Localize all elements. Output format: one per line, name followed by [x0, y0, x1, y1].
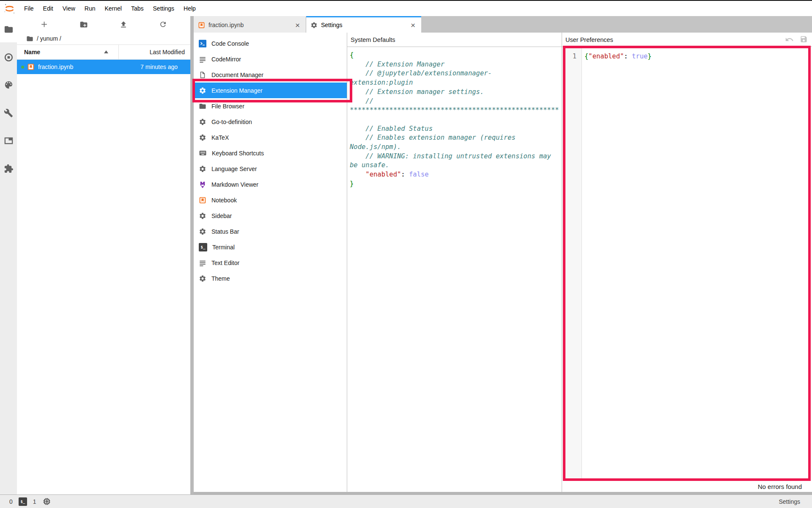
sidebar-item-open-tabs[interactable]: [0, 127, 17, 154]
status-context: Settings: [779, 498, 812, 505]
lines-icon: [199, 259, 206, 267]
plugin-label: Terminal: [212, 244, 235, 251]
file-last-modified: 7 minutes ago: [140, 64, 178, 70]
breadcrumb-path[interactable]: / yunum /: [37, 35, 61, 42]
file-browser-toolbar: [17, 16, 190, 33]
plugin-item-katex[interactable]: KaTeX: [194, 130, 347, 145]
main-dock-panel: fraction.ipynb × Settings × Code Console…: [194, 16, 812, 494]
plugin-item-sidebar[interactable]: Sidebar: [194, 208, 347, 224]
home-folder-icon: [26, 35, 33, 42]
plugin-item-keyboard-shortcuts[interactable]: Keyboard Shortcuts: [194, 145, 347, 161]
user-preferences-pane: User Preferences 1 {"enabled": true} No …: [562, 33, 812, 492]
sidebar-item-extension-manager[interactable]: [0, 155, 17, 182]
gear-icon: [199, 212, 206, 220]
user-preferences-code[interactable]: {"enabled": true}: [582, 47, 812, 481]
save-icon[interactable]: [800, 35, 808, 43]
system-defaults-pane: System Defaults { // Extension Manager /…: [347, 33, 562, 492]
close-icon[interactable]: ×: [409, 21, 417, 29]
plugin-item-notebook[interactable]: Notebook: [194, 192, 347, 208]
plugin-label: Status Bar: [211, 228, 239, 235]
activity-bar: [0, 16, 17, 494]
pane-title: System Defaults: [351, 36, 395, 43]
file-name: fraction.ipynb: [38, 64, 73, 70]
file-browser-panel: / yunum / Name Last Modified fraction.ip…: [17, 16, 190, 494]
column-header-name[interactable]: Name: [17, 49, 40, 55]
plugin-label: Document Manager: [211, 72, 263, 78]
menu-tabs[interactable]: Tabs: [126, 1, 148, 16]
plugin-item-code-console[interactable]: Code Console: [194, 36, 347, 51]
file-row-selected[interactable]: fraction.ipynb 7 minutes ago: [17, 60, 190, 74]
gear-icon: [199, 118, 206, 126]
plugin-label: Go-to-definition: [211, 119, 252, 125]
plugin-item-codemirror[interactable]: CodeMirror: [194, 51, 347, 67]
upload-button[interactable]: [116, 18, 131, 31]
jupyterlab-window: File Edit View Run Kernel Tabs Settings …: [0, 0, 812, 508]
plugin-label: Code Console: [211, 40, 249, 47]
menu-file[interactable]: File: [19, 1, 38, 16]
menu-kernel[interactable]: Kernel: [100, 1, 126, 16]
plugin-item-theme[interactable]: Theme: [194, 271, 347, 286]
tab-settings[interactable]: Settings ×: [306, 16, 421, 33]
terminal-icon: $_: [19, 497, 27, 506]
sidebar-item-commands[interactable]: [0, 72, 17, 98]
menu-edit[interactable]: Edit: [38, 1, 58, 16]
console-icon: [199, 40, 206, 47]
plugin-item-language-server[interactable]: Language Server: [194, 161, 347, 177]
refresh-button[interactable]: [156, 18, 170, 31]
errors-status-text: No errors found: [758, 483, 802, 490]
kernel-chip-icon: [42, 497, 51, 506]
file-list-header: Name Last Modified: [17, 44, 190, 60]
settings-editor: Code Console CodeMirror Document Manager…: [194, 33, 812, 492]
tab-fraction-notebook[interactable]: fraction.ipynb ×: [194, 16, 306, 33]
editor-gutter: 1: [562, 47, 582, 481]
markdown-icon: [199, 181, 206, 188]
plugin-label: Text Editor: [211, 260, 239, 266]
plugin-item-markdown-viewer[interactable]: Markdown Viewer: [194, 177, 347, 192]
plugin-label: File Browser: [211, 103, 244, 110]
gear-icon: [199, 134, 206, 141]
tab-label: Settings: [321, 22, 343, 28]
plugin-label: Extension Manager: [211, 87, 263, 94]
kernels-count: 1: [33, 498, 36, 505]
panel-splitter[interactable]: [190, 16, 194, 494]
sidebar-item-file-browser[interactable]: [0, 16, 17, 42]
terminals-count: 0: [9, 498, 13, 505]
editor-status-row: No errors found: [562, 481, 812, 492]
sidebar-item-running[interactable]: [0, 44, 17, 70]
plugin-item-terminal[interactable]: $_ Terminal: [194, 239, 347, 255]
notebook-icon: [198, 22, 205, 29]
file-icon: [199, 71, 206, 79]
menu-view[interactable]: View: [58, 1, 80, 16]
kernel-running-dot: [21, 66, 24, 69]
new-launcher-button[interactable]: [37, 18, 52, 31]
menu-help[interactable]: Help: [179, 1, 200, 16]
main-tab-bar: fraction.ipynb × Settings ×: [194, 16, 812, 33]
settings-plugin-list: Code Console CodeMirror Document Manager…: [194, 33, 347, 492]
terminal-icon: $_: [199, 243, 207, 251]
system-defaults-header: System Defaults: [347, 33, 562, 47]
plugin-item-status-bar[interactable]: Status Bar: [194, 224, 347, 239]
new-folder-button[interactable]: [77, 18, 91, 31]
sidebar-item-property-inspector[interactable]: [0, 100, 17, 126]
breadcrumb[interactable]: / yunum /: [17, 33, 190, 44]
menu-settings[interactable]: Settings: [148, 1, 179, 16]
plugin-item-text-editor[interactable]: Text Editor: [194, 255, 347, 271]
pane-title: User Preferences: [565, 36, 613, 43]
plugin-item-extension-manager[interactable]: Extension Manager: [194, 83, 347, 98]
column-header-last-modified[interactable]: Last Modified: [118, 45, 190, 59]
plugin-item-file-browser[interactable]: File Browser: [194, 98, 347, 114]
user-preferences-editor[interactable]: 1 {"enabled": true}: [562, 47, 812, 481]
plugin-label: KaTeX: [211, 134, 229, 141]
plugin-label: Theme: [211, 275, 230, 282]
plugin-item-document-manager[interactable]: Document Manager: [194, 67, 347, 83]
gear-icon: [199, 87, 206, 94]
running-sessions-status[interactable]: 0 $_ 1: [0, 497, 51, 506]
menu-run[interactable]: Run: [80, 1, 100, 16]
close-icon[interactable]: ×: [294, 21, 302, 29]
system-defaults-code: { // Extension Manager // @jupyterlab/ex…: [347, 47, 562, 492]
gear-icon: [310, 22, 318, 29]
plugin-label: CodeMirror: [211, 56, 241, 63]
keyboard-icon: [199, 149, 207, 157]
undo-icon[interactable]: [785, 35, 794, 44]
plugin-item-go-to-definition[interactable]: Go-to-definition: [194, 114, 347, 130]
